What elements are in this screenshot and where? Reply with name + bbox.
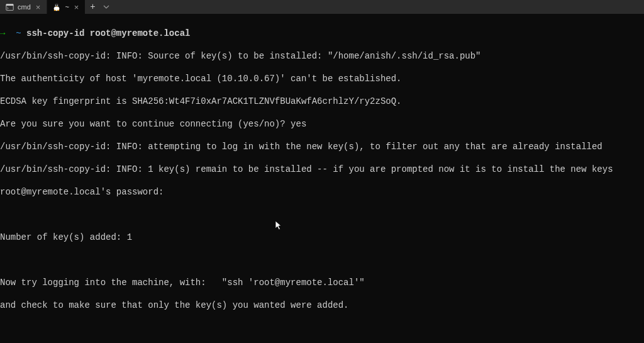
prompt-tilde: ~ [16, 28, 21, 38]
svg-rect-1 [6, 4, 13, 5]
output-line [0, 254, 644, 266]
tab-dropdown-button[interactable] [100, 0, 113, 14]
titlebar: cmd × ~ × + [0, 0, 644, 14]
tux-icon [52, 3, 61, 11]
output-line: /usr/bin/ssh-copy-id: INFO: 1 key(s) rem… [0, 164, 644, 175]
output-line: Now try logging into the machine, with: … [0, 277, 644, 288]
close-icon[interactable]: × [35, 3, 42, 12]
output-line: /usr/bin/ssh-copy-id: INFO: Source of ke… [0, 50, 644, 62]
terminal-area[interactable]: → ~ ssh-copy-id root@myremote.local /usr… [0, 14, 644, 343]
output-line: Are you sure you want to continue connec… [0, 118, 644, 130]
tab-label-active: ~ [65, 3, 69, 11]
tab-cmd[interactable]: cmd × [0, 0, 47, 14]
tab-label-cmd: cmd [18, 3, 31, 11]
output-line: The authenticity of host 'myremote.local… [0, 73, 644, 84]
tab-active[interactable]: ~ × [47, 0, 85, 14]
svg-point-6 [54, 9, 57, 11]
output-line: Number of key(s) added: 1 [0, 232, 644, 243]
prompt-arrow: → [0, 28, 5, 38]
close-icon[interactable]: × [73, 3, 80, 12]
output-line: ECDSA key fingerprint is SHA256:Wt4F7i0x… [0, 96, 644, 107]
output-line [0, 322, 644, 334]
svg-point-5 [57, 5, 58, 6]
output-line: /usr/bin/ssh-copy-id: INFO: attempting t… [0, 141, 644, 152]
add-tab-button[interactable]: + [85, 0, 100, 14]
cmd-icon [5, 3, 14, 11]
output-line: and check to make sure that only the key… [0, 300, 644, 311]
output-line [0, 209, 644, 220]
svg-point-4 [55, 5, 56, 6]
output-line: root@myremote.local's password: [0, 186, 644, 198]
command-text: ssh-copy-id root@myremote.local [26, 28, 190, 38]
svg-point-7 [57, 9, 60, 11]
